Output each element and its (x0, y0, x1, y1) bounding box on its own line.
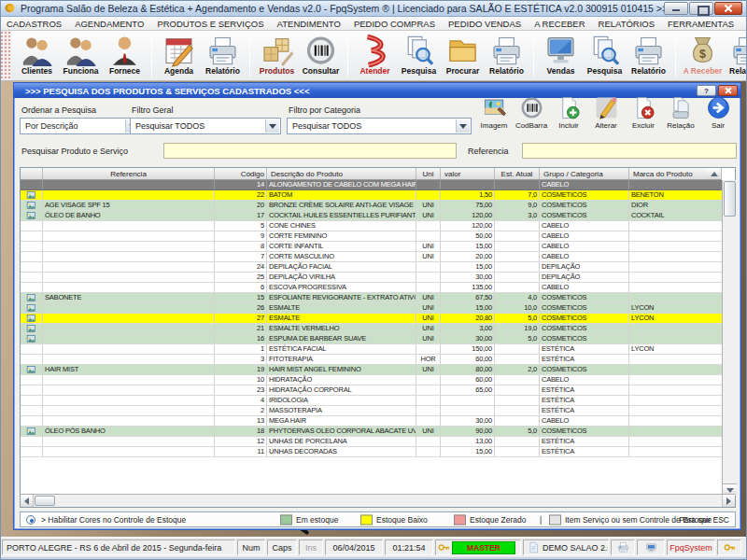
table-row[interactable]: HAIR MIST19HAIR MIST ANGEL FEMININOUNI80… (21, 365, 722, 375)
product-search-input[interactable] (163, 143, 457, 159)
enable-colors-radio[interactable] (26, 515, 35, 525)
column-header-codigo[interactable]: Código (215, 168, 267, 179)
toolbar-button-vendas[interactable]: Vendas (539, 32, 583, 79)
vertical-scroll-thumb[interactable] (724, 181, 736, 217)
column-header-est-atual[interactable]: Est. Atual (495, 168, 540, 179)
status-computer[interactable] (637, 539, 665, 555)
category-filter-combo[interactable]: Pesquisar TODOS (287, 118, 472, 134)
column-header-valor[interactable]: valor (441, 168, 495, 179)
close-button[interactable] (714, 2, 742, 15)
menu-item-relatorios[interactable]: RELATÓRIOS (592, 19, 662, 29)
toolbar-button-relatorio[interactable]: Relatório (485, 32, 529, 79)
table-row[interactable]: 12UNHAS DE PORCELANA13,00ESTÉTICA (21, 437, 722, 447)
cell-descricao: ESMALTE VERMELHO (267, 324, 416, 333)
toolbar-button-atender[interactable]: Atender (353, 32, 397, 79)
scroll-up-button[interactable] (707, 168, 722, 180)
toolbar-button-funciona[interactable]: Funciona (59, 32, 103, 79)
table-row[interactable]: 8CORTE INFANTILUNI15,00CABELO (21, 242, 722, 252)
table-row[interactable]: 4IRIDOLOGIAESTÉTICA (21, 396, 722, 406)
menu-item-ferramentas[interactable]: FERRAMENTAS (661, 19, 740, 29)
menu-item-atendimento[interactable]: ATENDIMENTO (271, 19, 347, 29)
arrow-icon (706, 95, 731, 120)
toolbar-button-a-receber[interactable]: A Receber (681, 32, 725, 79)
general-filter-combo[interactable]: Pesquisar TODOS (130, 118, 281, 134)
table-row[interactable]: 5CONE CHINES120,00CABELO (21, 221, 722, 231)
cell-grupo-categoria: COSMETICOS (540, 334, 629, 343)
action-button-sair[interactable]: Sair (699, 95, 737, 130)
action-button-incluir[interactable]: Incluir (550, 95, 587, 130)
minimize-button[interactable] (664, 2, 688, 15)
action-button-alterar[interactable]: Alterar (587, 95, 625, 130)
menu-item-agendamento[interactable]: AGENDAMENTO (68, 19, 150, 29)
table-row[interactable]: 6ESCOVA PROGRESSIVA135,00CABELO (21, 283, 722, 293)
cell-valor: 65,00 (441, 385, 495, 395)
action-button-relacao[interactable]: Relação (662, 95, 699, 130)
menu-item-pedido-vendas[interactable]: PEDIDO VENDAS (442, 19, 528, 29)
status-printer[interactable] (611, 539, 635, 555)
reference-input[interactable] (522, 143, 737, 159)
cell-referencia (43, 355, 215, 364)
toolbar-button-pesquisa[interactable]: Pesquisa (583, 32, 627, 79)
table-row[interactable]: ÓLEO DE BANHO17COCKTAIL HUILES ESSENTIEL… (21, 211, 722, 221)
table-row[interactable]: 16ESPUMA DE BARBEAR SUAVEUNI30,005,0COSM… (21, 334, 722, 344)
table-row[interactable]: 13MEGA HAIR30,00CABELO (21, 416, 722, 427)
action-button-excluir[interactable]: Excluir (625, 95, 662, 130)
cell-uni (416, 437, 441, 446)
column-header-referencia[interactable]: Referencia (43, 168, 215, 179)
column-header-image[interactable] (21, 168, 43, 179)
cell-est-atual (495, 262, 540, 272)
toolbar-button-consultar[interactable]: Consultar (299, 32, 343, 79)
vertical-scrollbar[interactable] (722, 180, 737, 496)
toolbar-button-fornece[interactable]: Fornece (103, 32, 147, 79)
toolbar-button-relatorio[interactable]: Relatório (627, 32, 670, 79)
column-header-descricao[interactable]: Descrição do Produto (267, 168, 416, 179)
toolbar-button-procurar[interactable]: Procurar (441, 32, 485, 79)
action-button-imagem[interactable]: Imagem (475, 95, 513, 130)
menu-item-ajuda[interactable]: AJUDA (740, 19, 747, 29)
toolbar-button-relatorio[interactable]: Relatório (201, 32, 245, 79)
table-row[interactable]: 21ESMALTE VERMELHOUNI3,0019,0COSMETICOS (21, 324, 722, 334)
legend-separator: | (540, 515, 542, 525)
column-header-grupo[interactable]: Grupo / Categoria (540, 168, 629, 179)
table-row[interactable]: AGE VISAGE SPF 1520BRONZE CRÈME SOLAIRE … (21, 201, 722, 211)
table-row[interactable]: 10HIDRATAÇÃO60,00CABELO (21, 375, 722, 385)
table-row[interactable]: 23HIDRATAÇÃO CORPORAL65,00ESTÉTICA (21, 385, 722, 396)
status-key[interactable] (717, 539, 741, 555)
toolbar-button-agenda[interactable]: Agenda (157, 32, 201, 79)
table-row[interactable]: 22BATOM1,507,0COSMETICOSBENETON (21, 190, 722, 201)
table-row[interactable]: 3FITOTERAPIAHOR60,00ESTÉTICA (21, 355, 722, 365)
action-button-codbarra[interactable]: CodBarra (513, 95, 550, 130)
table-row[interactable]: 7CORTE MASCULINOUNI20,00CABELO (21, 252, 722, 262)
menu-item-cadastros[interactable]: CADASTROS (0, 19, 68, 29)
toolbar-button-relatorio[interactable]: Relatório (725, 32, 747, 79)
row-image-icon (26, 211, 36, 220)
table-row[interactable]: 27ESMALTEUNI20,805,0COSMETICOSLYCON (21, 314, 722, 324)
menu-item-pedido-compras[interactable]: PEDIDO COMPRAS (347, 19, 442, 29)
printer-icon (729, 34, 747, 67)
table-row[interactable]: ÓLEO PÓS BANHO18PHYTOERVAS OLEO CORPORAL… (21, 427, 722, 437)
table-row[interactable]: 14ALONGAMENTO DE CABELO COM MEGA HAIRCAB… (21, 180, 722, 190)
enable-colors-label: > Habilitar Cores no Controle de Estoque (41, 515, 186, 525)
table-row[interactable]: SABONETE15ESFOLIANTE REVIGORANTE - EXTRA… (21, 293, 722, 303)
cell-referencia (43, 416, 215, 426)
toolbar-button-pesquisa[interactable]: Pesquisa (397, 32, 441, 79)
table-row[interactable]: 26ESMALTEUNI15,0010,0COSMETICOSLYCON (21, 303, 722, 314)
table-row[interactable]: 11UNHAS DECORADAS15,00ESTÉTICA (21, 447, 722, 457)
horizontal-scrollbar[interactable] (21, 494, 735, 507)
table-row[interactable]: 25DEPILAÇÃO VIRILHA30,00DEPILAÇÃO (21, 273, 722, 283)
sort-order-combo[interactable]: Por Descrição (20, 118, 141, 134)
column-header-uni[interactable]: Uni (416, 168, 441, 179)
table-row[interactable]: 24DEPILAÇÃO FACIAL15,00DEPILAÇÃO (21, 262, 722, 273)
scroll-left-button[interactable] (21, 495, 34, 507)
menu-item-a-receber[interactable]: A RECEBER (528, 19, 591, 29)
cell-uni: UNI (416, 303, 441, 313)
maximize-button[interactable] (689, 2, 713, 15)
toolbar-button-clientes[interactable]: Clientes (15, 32, 59, 79)
scroll-right-button[interactable] (722, 495, 735, 507)
table-row[interactable]: 9CORTE FEMININO50,00CABELO (21, 231, 722, 242)
toolbar-button-produtos[interactable]: Produtos (255, 32, 299, 79)
table-row[interactable]: 1ESTÉTICA FACIAL150,00ESTÉTICALYCON (21, 344, 722, 355)
horizontal-scroll-thumb[interactable] (35, 496, 55, 506)
menu-item-produtos-e-servicos[interactable]: PRODUTOS E SERVIÇOS (150, 19, 270, 29)
table-row[interactable]: 2MASSOTERAPIAESTÉTICA (21, 406, 722, 416)
